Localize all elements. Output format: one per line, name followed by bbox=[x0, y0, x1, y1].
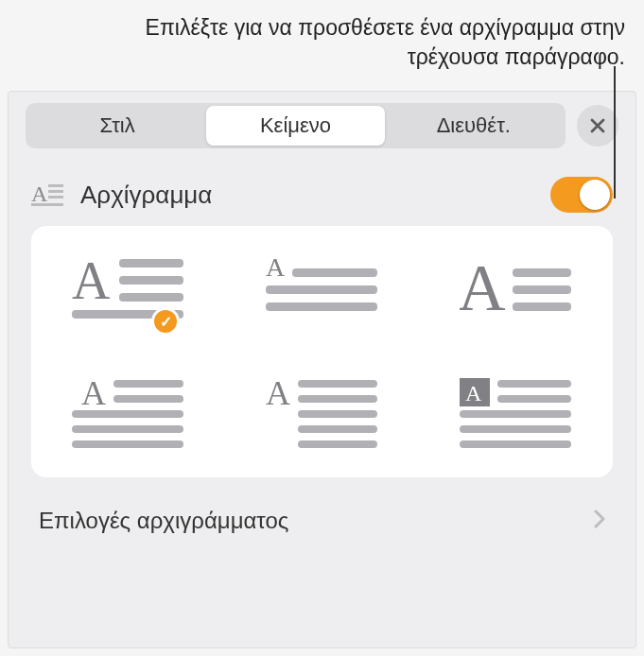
dropcap-section-title: Αρχίγραμμα bbox=[80, 181, 535, 210]
tab-text[interactable]: Κείμενο bbox=[206, 106, 384, 146]
svg-rect-19 bbox=[113, 380, 183, 388]
svg-rect-7 bbox=[119, 276, 183, 285]
svg-rect-22 bbox=[72, 425, 183, 433]
svg-rect-32 bbox=[497, 380, 571, 388]
svg-rect-16 bbox=[513, 285, 571, 294]
dropcap-style-4[interactable]: A bbox=[60, 375, 197, 451]
svg-rect-13 bbox=[266, 302, 377, 311]
dropcap-icon: A bbox=[31, 181, 65, 209]
format-panel: Στιλ Κείμενο Διευθέτ. A Αρχίγραμμα bbox=[8, 91, 636, 648]
dropcap-style-4-icon: A bbox=[72, 376, 185, 450]
svg-rect-11 bbox=[292, 268, 377, 277]
svg-rect-12 bbox=[266, 285, 377, 294]
svg-rect-20 bbox=[113, 395, 183, 403]
dropcap-styles-grid: A ✓ A A bbox=[60, 252, 584, 451]
svg-rect-3 bbox=[48, 196, 63, 199]
svg-rect-28 bbox=[298, 425, 377, 433]
tab-arrange[interactable]: Διευθέτ. bbox=[385, 106, 563, 146]
svg-rect-2 bbox=[48, 190, 63, 193]
svg-rect-34 bbox=[460, 410, 571, 418]
svg-rect-26 bbox=[298, 395, 377, 403]
callout-leader-line bbox=[614, 66, 616, 199]
svg-text:A: A bbox=[266, 253, 286, 282]
svg-text:A: A bbox=[72, 253, 111, 310]
svg-rect-29 bbox=[298, 440, 377, 448]
svg-rect-27 bbox=[298, 410, 377, 418]
dropcap-style-3-icon: A bbox=[460, 253, 573, 327]
dropcap-style-5-icon: A bbox=[266, 376, 379, 450]
tab-style[interactable]: Στιλ bbox=[28, 106, 206, 146]
svg-text:A: A bbox=[465, 381, 482, 406]
svg-text:A: A bbox=[266, 376, 290, 412]
dropcap-style-2-icon: A bbox=[266, 253, 379, 327]
svg-rect-17 bbox=[513, 302, 571, 311]
callout-text: Επιλέξτε για να προσθέσετε ένα αρχίγραμμ… bbox=[114, 13, 625, 72]
svg-rect-6 bbox=[119, 259, 183, 268]
svg-rect-21 bbox=[72, 410, 183, 418]
svg-rect-8 bbox=[119, 293, 183, 302]
toggle-knob bbox=[580, 180, 610, 210]
svg-rect-25 bbox=[298, 380, 377, 388]
dropcap-style-6[interactable]: A bbox=[447, 375, 584, 451]
dropcap-style-1[interactable]: A ✓ bbox=[60, 252, 197, 328]
dropcap-style-3[interactable]: A bbox=[447, 252, 584, 328]
tabs-segmented-control: Στιλ Κείμενο Διευθέτ. bbox=[26, 103, 566, 148]
svg-rect-23 bbox=[72, 440, 183, 448]
svg-rect-36 bbox=[460, 440, 571, 448]
close-icon bbox=[589, 117, 606, 134]
dropcap-style-6-icon: A bbox=[460, 376, 573, 450]
dropcap-style-5[interactable]: A bbox=[253, 375, 391, 451]
dropcap-style-2[interactable]: A bbox=[253, 252, 391, 328]
chevron-right-icon bbox=[594, 509, 605, 533]
dropcap-options-label: Επιλογές αρχιγράμματος bbox=[39, 508, 288, 534]
dropcap-section-header: A Αρχίγραμμα bbox=[9, 160, 635, 226]
svg-text:A: A bbox=[460, 253, 506, 324]
svg-rect-33 bbox=[497, 395, 571, 403]
selected-check-icon: ✓ bbox=[151, 307, 180, 336]
close-button[interactable] bbox=[577, 105, 618, 147]
svg-rect-1 bbox=[48, 184, 63, 187]
dropcap-toggle[interactable] bbox=[550, 177, 613, 213]
svg-rect-35 bbox=[460, 425, 571, 433]
svg-text:A: A bbox=[81, 376, 106, 412]
svg-rect-15 bbox=[513, 268, 571, 277]
svg-rect-4 bbox=[31, 203, 63, 206]
dropcap-options-row[interactable]: Επιλογές αρχιγράμματος bbox=[31, 494, 613, 547]
svg-text:A: A bbox=[31, 181, 48, 206]
dropcap-styles-card: A ✓ A A bbox=[31, 226, 613, 477]
tabs-row: Στιλ Κείμενο Διευθέτ. bbox=[9, 92, 635, 160]
